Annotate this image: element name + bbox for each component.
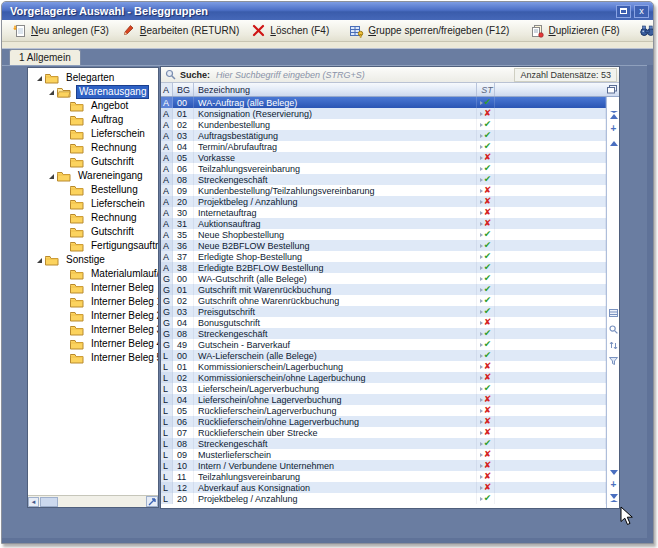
- table-row[interactable]: G02Gutschrift ohne Warenrückbuchung✔: [161, 295, 606, 306]
- table-view-icon[interactable]: [607, 307, 619, 319]
- table-row[interactable]: A30Internetauftrag✘: [161, 207, 606, 218]
- filter-funnel-icon[interactable]: [607, 355, 619, 367]
- scroll-jump-icon[interactable]: +: [607, 123, 619, 135]
- column-header-bg[interactable]: BG: [173, 83, 194, 96]
- table-row[interactable]: L12Abverkauf aus Konsignation✘: [161, 482, 606, 493]
- table-row[interactable]: L11Teilzahlungsvereinbarung✘: [161, 471, 606, 482]
- scrollbar-thumb[interactable]: [40, 497, 58, 507]
- tree-item-warenausgang[interactable]: Warenausgang: [28, 85, 158, 99]
- tree-item-rechnung[interactable]: Rechnung: [28, 141, 158, 155]
- table-row[interactable]: G08Streckengeschäft✔: [161, 328, 606, 339]
- folder-icon: [70, 241, 85, 252]
- tree-item-gutschrift[interactable]: Gutschrift: [28, 225, 158, 239]
- bearbeiten-button[interactable]: Bearbeiten (RETURN): [115, 22, 245, 40]
- tree-item-materialumlauf-reparatur[interactable]: Materialumlauf/Reparatur: [28, 267, 158, 281]
- tree-item-interner-beleg-1-pps-[interactable]: Interner Beleg 1 (PPS): [28, 295, 158, 309]
- tree-item-rechnung[interactable]: Rechnung: [28, 211, 158, 225]
- cell-bg: 08: [173, 328, 194, 339]
- tree-expander-icon[interactable]: [34, 76, 45, 81]
- tree-horizontal-scrollbar[interactable]: ◄: [28, 495, 158, 507]
- tree-item-angebot[interactable]: Angebot: [28, 99, 158, 113]
- table-row[interactable]: L01Kommissionierschein/Lagerbuchung✘: [161, 361, 606, 372]
- table-row[interactable]: A36Neue B2BFLOW Bestellung✔: [161, 240, 606, 251]
- tree-item-fertigungsauftrag-pps-[interactable]: Fertigungsauftrag (PPS): [28, 239, 158, 253]
- tree-expander-icon[interactable]: [46, 90, 57, 95]
- table-row[interactable]: A03Auftragsbestätigung✔: [161, 130, 606, 141]
- table-row[interactable]: L04Lieferschein/ohne Lagerverbuchung✘: [161, 394, 606, 405]
- table-row[interactable]: L10Intern / Verbundene Unternehmen✘: [161, 460, 606, 471]
- suchen-button[interactable]: Suchen (STRG+S): [634, 22, 654, 40]
- cell-status: ✔: [477, 251, 495, 262]
- tree-item-gutschrift[interactable]: Gutschrift: [28, 155, 158, 169]
- table-row[interactable]: A35Neue Shopbestellung✔: [161, 229, 606, 240]
- table-row[interactable]: A31Auktionsauftrag✘: [161, 218, 606, 229]
- tree-item-wareneingang[interactable]: Wareneingang: [28, 169, 158, 183]
- tree-expander-icon[interactable]: [34, 258, 45, 263]
- tree-item-interner-beleg[interactable]: Interner Beleg: [28, 281, 158, 295]
- table-row[interactable]: G03Preisgutschrift✔: [161, 306, 606, 317]
- window-title: Vorgelagerte Auswahl - Beleggruppen: [10, 5, 613, 17]
- table-row[interactable]: A38Erledigte B2BFLOW Bestellung✔: [161, 262, 606, 273]
- tree-expander-icon[interactable]: [46, 174, 57, 179]
- tree-item-bestellung[interactable]: Bestellung: [28, 183, 158, 197]
- table-row[interactable]: L03Lieferschein/Lagerverbuchung✔: [161, 383, 606, 394]
- table-row[interactable]: A06Teilzahlungsvereinbarung✔: [161, 163, 606, 174]
- table-row[interactable]: G49Gutschein - Barverkauf✔: [161, 339, 606, 350]
- table-row[interactable]: L09Musterlieferschein✘: [161, 449, 606, 460]
- loeschen-button[interactable]: Löschen (F4): [245, 22, 335, 40]
- table-row[interactable]: A00WA-Auftrag (alle Belege)✔: [161, 97, 606, 108]
- neu-anlegen-button[interactable]: Neu anlegen (F3): [6, 22, 115, 40]
- column-header-blank[interactable]: [495, 83, 619, 96]
- table-row[interactable]: A04Termin/Abrufauftrag✔: [161, 141, 606, 152]
- restore-button[interactable]: [616, 5, 631, 18]
- tree-item-lieferschein[interactable]: Lieferschein: [28, 197, 158, 211]
- scroll-up-icon[interactable]: [607, 137, 619, 149]
- table-row[interactable]: L05Rücklieferschein/Lagerverbuchung✘: [161, 405, 606, 416]
- duplizieren-button[interactable]: Duplizieren (F8): [523, 22, 625, 40]
- table-row[interactable]: G04Bonusgutschrift✘: [161, 317, 606, 328]
- sort-icon[interactable]: [607, 339, 619, 351]
- table-row[interactable]: L00WA-Lieferschein (alle Belege)✔: [161, 350, 606, 361]
- close-button[interactable]: x: [634, 5, 649, 18]
- scroll-left-icon[interactable]: ◄: [28, 497, 39, 507]
- tree-item-interner-beleg-2-pps-[interactable]: Interner Beleg 2 (PPS): [28, 309, 158, 323]
- folder-icon: [70, 297, 85, 308]
- tree-item-interner-beleg-5-pps-[interactable]: Interner Beleg 5 (PPS): [28, 351, 158, 365]
- table-header: A BG Bezeichnung ST: [161, 83, 619, 97]
- scroll-down-icon[interactable]: [607, 466, 619, 478]
- table-row[interactable]: A05Vorkasse✘: [161, 152, 606, 163]
- tree-item-auftrag[interactable]: Auftrag: [28, 113, 158, 127]
- tree-item-lieferschein[interactable]: Lieferschein: [28, 127, 158, 141]
- search-input[interactable]: [214, 69, 510, 81]
- table-row[interactable]: L20Projektbeleg / Anzahlung✔: [161, 493, 606, 504]
- scroll-to-top-icon[interactable]: [607, 109, 619, 121]
- tree-item-sonstige[interactable]: Sonstige: [28, 253, 158, 267]
- tab-allgemein[interactable]: 1 Allgemein: [9, 49, 81, 66]
- tree-item-belegarten[interactable]: Belegarten: [28, 71, 158, 85]
- table-row[interactable]: A02Kundenbestellung✔: [161, 119, 606, 130]
- table-row[interactable]: L07Rücklieferschein über Strecke✘: [161, 427, 606, 438]
- column-header-bezeichnung[interactable]: Bezeichnung: [194, 83, 477, 96]
- table-row[interactable]: A08Streckengeschäft✔: [161, 174, 606, 185]
- tree-item-interner-beleg-3-pps-[interactable]: Interner Beleg 3 (PPS): [28, 323, 158, 337]
- table-row[interactable]: A01Konsignation (Reservierung)✘: [161, 108, 606, 119]
- magnifier-icon[interactable]: [607, 323, 619, 335]
- table-row[interactable]: A20Projektbeleg / Anzahlung✘: [161, 196, 606, 207]
- table-row[interactable]: A09Kundenbestellung/Teilzahlungsvereinba…: [161, 185, 606, 196]
- column-header-st[interactable]: ST: [477, 83, 495, 96]
- table-row[interactable]: G00WA-Gutschrift (alle Belege)✔: [161, 273, 606, 284]
- detach-table-icon[interactable]: [607, 85, 617, 94]
- scroll-to-bottom-icon[interactable]: [607, 492, 619, 504]
- panel-resize-icon[interactable]: [146, 496, 158, 507]
- table-row[interactable]: G01Gutschrift mit Warenrückbuchung✔: [161, 284, 606, 295]
- table-row[interactable]: A37Erledigte Shop-Bestellung✔: [161, 251, 606, 262]
- cell-blank: [495, 394, 606, 405]
- table-row[interactable]: L08Streckengeschäft✔: [161, 438, 606, 449]
- tree-item-interner-beleg-4-pps-[interactable]: Interner Beleg 4 (PPS): [28, 337, 158, 351]
- scroll-jump-icon[interactable]: +: [607, 479, 619, 491]
- gruppe-sperren-button[interactable]: Gruppe sperren/freigeben (F12): [343, 22, 515, 40]
- column-header-a[interactable]: A: [161, 83, 173, 96]
- title-bar[interactable]: Vorgelagerte Auswahl - Beleggruppen x: [2, 2, 653, 20]
- table-row[interactable]: L02Kommissionierschein/ohne Lagerbuchung…: [161, 372, 606, 383]
- table-row[interactable]: L06Rücklieferschein/ohne Lagerverbuchung…: [161, 416, 606, 427]
